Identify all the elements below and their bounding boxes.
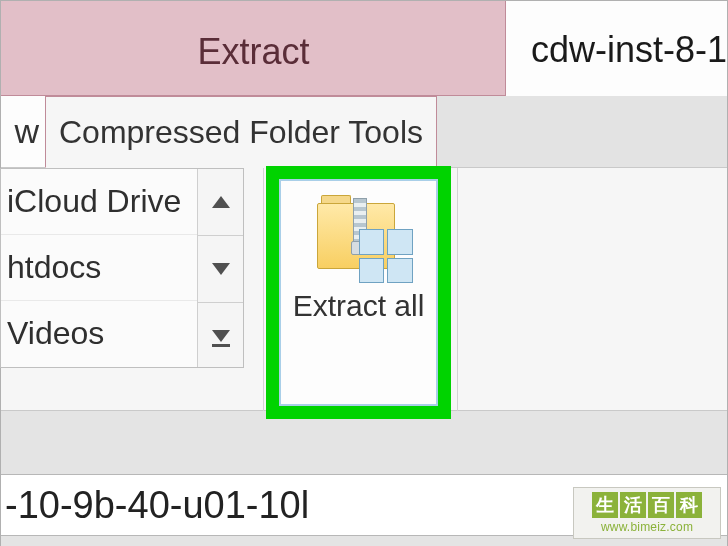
- gallery-spinner: [197, 169, 243, 368]
- gallery-scroll-up[interactable]: [198, 169, 243, 236]
- tab-compressed-folder-tools[interactable]: Compressed Folder Tools: [45, 96, 437, 168]
- extract-all-button[interactable]: Extract all: [279, 179, 438, 406]
- tutorial-highlight: Extract all: [266, 166, 451, 419]
- ribbon-tabs-row: w Compressed Folder Tools: [1, 96, 727, 168]
- extract-to-item[interactable]: iCloud Drive: [1, 169, 197, 234]
- extract-all-label: Extract all: [293, 287, 425, 325]
- watermark-url: www.bimeiz.com: [601, 520, 693, 534]
- watermark: 生 活 百 科 www.bimeiz.com: [573, 487, 721, 539]
- ribbon-title-bar: Extract cdw-inst-8-1: [1, 1, 727, 96]
- gallery-more-button[interactable]: [198, 303, 243, 368]
- watermark-cn: 生 活 百 科: [592, 492, 702, 518]
- address-bar-text: -10-9b-40-u01-10l: [5, 484, 309, 527]
- gallery-scroll-down[interactable]: [198, 236, 243, 303]
- extract-to-item[interactable]: Videos: [1, 300, 197, 366]
- window-explorer: Extract cdw-inst-8-1 w Compressed Folder…: [0, 0, 728, 546]
- tab-view-fragment[interactable]: w: [1, 96, 39, 167]
- ribbon-group-separator: [263, 168, 264, 411]
- contextual-tab-title: Extract: [1, 31, 506, 73]
- window-title-filename: cdw-inst-8-1: [531, 29, 727, 71]
- more-dropdown-icon: [212, 330, 230, 342]
- extract-to-item[interactable]: htdocs: [1, 234, 197, 300]
- extract-to-list: iCloud Drive htdocs Videos: [1, 169, 197, 368]
- zipped-folder-icon: [311, 193, 407, 279]
- ribbon-tabs-gutter: [437, 96, 727, 167]
- ribbon-group-separator: [457, 168, 458, 411]
- chevron-up-icon: [212, 196, 230, 208]
- chevron-down-icon: [212, 263, 230, 275]
- extract-to-gallery[interactable]: iCloud Drive htdocs Videos: [0, 168, 244, 368]
